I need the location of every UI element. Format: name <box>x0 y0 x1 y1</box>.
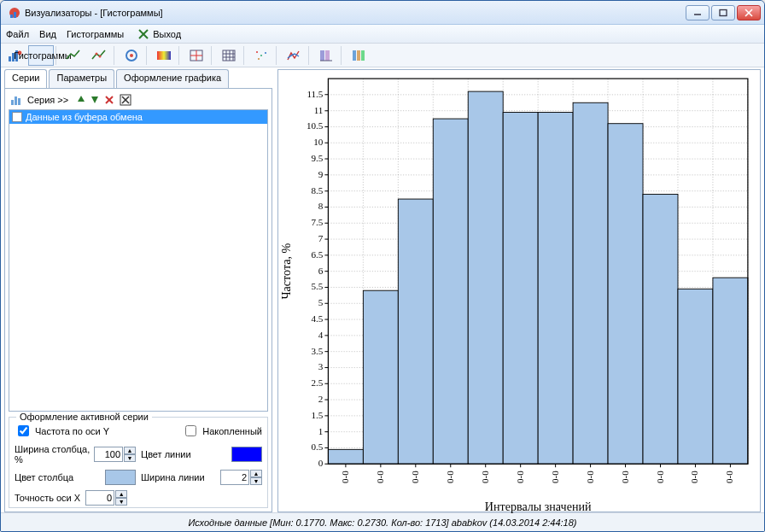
menu-file[interactable]: Файл <box>6 29 29 39</box>
svg-rect-1 <box>10 15 13 18</box>
series-toolbar: Серия >> <box>9 92 268 109</box>
series-up-button[interactable] <box>77 95 85 105</box>
series-down-button[interactable] <box>91 95 99 105</box>
menu-histograms[interactable]: Гистограммы <box>67 29 124 39</box>
svg-rect-99 <box>713 278 748 464</box>
series-item-label: Данные из буфера обмена <box>26 112 143 122</box>
toolbar-btn-6[interactable] <box>184 45 209 66</box>
bar-width-input[interactable] <box>94 447 123 462</box>
svg-rect-88 <box>328 449 363 464</box>
close-button[interactable] <box>737 5 761 20</box>
minimize-button[interactable] <box>686 5 710 20</box>
svg-rect-40 <box>361 50 365 61</box>
series-delete-button[interactable] <box>104 95 114 105</box>
toolbar-btn-10[interactable] <box>313 45 339 66</box>
svg-point-17 <box>96 52 98 55</box>
svg-text:3: 3 <box>318 361 324 371</box>
svg-text:11.5: 11.5 <box>307 89 323 99</box>
svg-text:0: 0 <box>318 458 324 468</box>
svg-rect-21 <box>157 51 171 60</box>
chart-panel: 00.511.522.533.544.555.566.577.588.599.5… <box>277 69 761 512</box>
menu-view[interactable]: Вид <box>39 29 56 39</box>
line-width-up[interactable]: ▲ <box>250 470 262 477</box>
svg-text:0-0: 0-0 <box>655 471 665 483</box>
series-item-checkbox[interactable] <box>12 112 22 122</box>
svg-text:6.5: 6.5 <box>312 249 324 260</box>
toolbar: Гистограммы <box>1 44 764 67</box>
svg-text:8: 8 <box>318 201 324 211</box>
svg-text:1: 1 <box>318 426 324 436</box>
toolbar-btn-2[interactable] <box>61 45 86 66</box>
freq-y-checkbox[interactable] <box>18 425 29 436</box>
svg-rect-89 <box>363 290 398 464</box>
toolbar-separator <box>55 46 59 65</box>
svg-rect-92 <box>468 91 503 464</box>
maximize-button[interactable] <box>711 5 735 20</box>
line-width-down[interactable]: ▼ <box>250 477 262 485</box>
svg-text:1.5: 1.5 <box>312 410 324 420</box>
svg-rect-41 <box>11 100 14 105</box>
svg-text:Интервалы значений: Интервалы значений <box>485 500 592 513</box>
svg-text:0-0: 0-0 <box>550 471 560 483</box>
svg-text:7.5: 7.5 <box>312 217 324 227</box>
series-list[interactable]: Данные из буфера обмена <box>9 109 268 412</box>
x-prec-up[interactable]: ▲ <box>115 490 127 498</box>
toolbar-btn-8[interactable] <box>248 45 274 66</box>
svg-point-18 <box>99 55 102 57</box>
svg-text:0-0: 0-0 <box>585 471 595 483</box>
x-precision-input[interactable] <box>85 490 114 506</box>
line-width-input[interactable] <box>220 470 249 485</box>
toolbar-btn-11[interactable] <box>346 45 371 66</box>
toolbar-btn-7[interactable] <box>216 45 242 66</box>
series-clear-button[interactable] <box>120 94 131 106</box>
svg-rect-97 <box>643 194 678 464</box>
titlebar: Визуализаторы - [Гистограммы] <box>1 1 764 25</box>
svg-text:4.5: 4.5 <box>312 313 324 324</box>
svg-rect-93 <box>503 113 538 465</box>
svg-rect-36 <box>325 50 330 61</box>
x-prec-down[interactable]: ▼ <box>115 498 127 506</box>
svg-text:10.5: 10.5 <box>307 120 324 131</box>
svg-point-20 <box>130 54 133 57</box>
svg-text:0-0: 0-0 <box>515 471 525 483</box>
svg-rect-98 <box>678 289 713 464</box>
tab-series[interactable]: Серии <box>4 69 47 88</box>
window-title: Визуализаторы - [Гистограммы] <box>25 8 686 18</box>
bar-width-down[interactable]: ▼ <box>124 454 136 462</box>
menubar: Файл Вид Гистограммы Выход <box>1 25 764 44</box>
bar-color-swatch[interactable] <box>105 470 136 485</box>
toolbar-btn-4[interactable] <box>119 45 144 66</box>
svg-rect-43 <box>18 98 20 105</box>
svg-text:10: 10 <box>313 137 324 147</box>
bar-width-up[interactable]: ▲ <box>124 447 136 454</box>
svg-text:0-0: 0-0 <box>445 471 455 483</box>
svg-rect-38 <box>353 50 356 61</box>
toolbar-btn-9[interactable] <box>281 45 307 66</box>
line-color-swatch[interactable] <box>231 447 262 462</box>
app-icon <box>8 6 21 20</box>
svg-marker-44 <box>78 96 85 102</box>
accumulated-checkbox[interactable] <box>185 425 196 436</box>
svg-text:9.5: 9.5 <box>312 153 324 163</box>
svg-text:9: 9 <box>318 169 324 179</box>
svg-text:3.5: 3.5 <box>312 346 324 356</box>
toolbar-btn-histograms[interactable]: Гистограммы <box>28 45 54 66</box>
toolbar-btn-3[interactable] <box>86 45 112 66</box>
exit-icon <box>137 28 149 40</box>
svg-rect-96 <box>608 124 643 465</box>
app-window: Визуализаторы - [Гистограммы] Файл Вид Г… <box>0 0 765 532</box>
svg-rect-39 <box>357 50 360 61</box>
toolbar-btn-5[interactable] <box>151 45 177 66</box>
svg-text:4: 4 <box>318 330 324 340</box>
tab-params[interactable]: Параметры <box>49 69 114 88</box>
menu-exit[interactable]: Выход <box>137 28 181 40</box>
svg-text:0-0: 0-0 <box>724 471 734 483</box>
tab-design[interactable]: Оформление графика <box>116 69 229 88</box>
svg-text:7: 7 <box>318 233 324 243</box>
svg-text:6: 6 <box>318 266 324 276</box>
svg-text:0-0: 0-0 <box>410 471 420 483</box>
series-item-1[interactable]: Данные из буфера обмена <box>9 110 267 124</box>
svg-rect-90 <box>398 199 433 464</box>
svg-text:5.5: 5.5 <box>312 281 324 291</box>
svg-text:0-0: 0-0 <box>480 471 490 483</box>
